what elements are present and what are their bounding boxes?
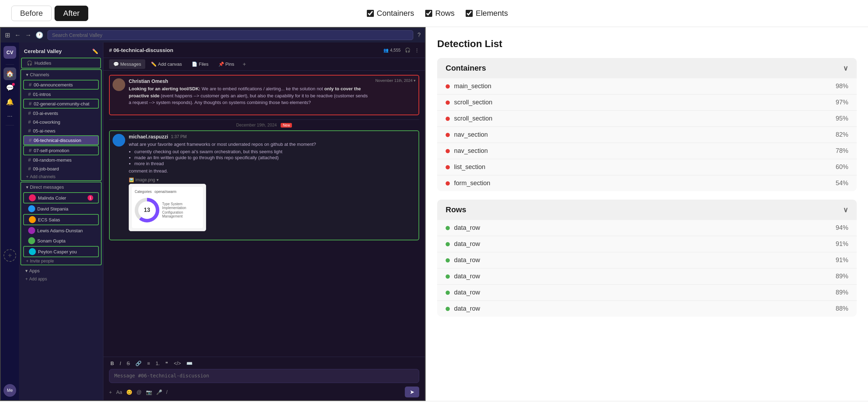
video-icon[interactable]: 📷 [146, 389, 152, 395]
hash-icon: # [28, 128, 31, 134]
dm-peyton[interactable]: Peyton Casper you [23, 246, 99, 257]
italic-button[interactable]: I [118, 360, 122, 367]
dm-sonam[interactable]: Sonam Gupta [23, 236, 99, 246]
dms-icon-item[interactable]: 💬 [4, 82, 16, 94]
quote-button[interactable]: ❝ [164, 360, 170, 367]
workspace-edit-icon[interactable]: ✏️ [92, 48, 98, 54]
dm-header[interactable]: ▾ Direct messages [21, 182, 101, 192]
hash-icon: # [28, 91, 31, 97]
label-nav1: nav_section [446, 131, 488, 138]
channel-announcements[interactable]: # 00-announcements [23, 80, 99, 90]
rows-filter[interactable]: Rows [425, 9, 454, 18]
dm-group: ▾ Direct messages Malinda Coler 1 David … [20, 182, 102, 265]
tab-canvas[interactable]: ✏️ Add canvas [147, 59, 186, 69]
tab-pins[interactable]: 📌 Pins [214, 59, 238, 69]
add-channels-button[interactable]: + Add channels [21, 173, 101, 180]
tab-messages[interactable]: 💬 Messages [109, 59, 145, 69]
headset-icon[interactable]: 🎧 [405, 47, 410, 53]
channel-jobs[interactable]: # 09-job-board [23, 164, 99, 173]
help-icon[interactable]: ? [417, 32, 421, 38]
channel-technical[interactable]: # 06-technical-discussion [23, 135, 99, 145]
workspace-icon[interactable]: CV [4, 46, 16, 59]
rows-checkbox[interactable] [425, 10, 432, 17]
attachment-inner: Categories openai/swarm 13 [132, 187, 203, 228]
audio-icon[interactable]: 🎤 [156, 389, 162, 395]
add-tab-button[interactable]: + [240, 59, 249, 70]
send-button[interactable]: ➤ [405, 387, 419, 397]
member-count-text: 4,555 [390, 48, 401, 53]
channel-ai-news[interactable]: # 05-ai-news [23, 127, 99, 135]
elements-filter[interactable]: Elements [466, 9, 508, 18]
dm-david[interactable]: David Stepania [23, 204, 99, 214]
channel-ai-events[interactable]: # 03-ai-events [23, 109, 99, 117]
people-icon: 👥 [383, 48, 389, 53]
slack-sidebar: Cerebral Valley ✏️ 🎧 Huddles ▾ Channels … [19, 43, 103, 400]
detection-row-main: main_section 98% [437, 78, 857, 95]
code-block-button[interactable]: ⌨️ [185, 360, 194, 367]
emoji-icon[interactable]: 😊 [126, 389, 132, 395]
label-data6: data_row [446, 305, 480, 312]
detection-row-list: list_section 60% [437, 159, 857, 175]
channel-self-promo[interactable]: # 07-self-promotion [23, 145, 99, 155]
user-avatar[interactable]: Me [4, 384, 16, 397]
containers-checkbox[interactable] [367, 10, 374, 17]
channel-coworking[interactable]: # 04-coworking [23, 118, 99, 126]
workspace-name[interactable]: Cerebral Valley ✏️ [19, 45, 103, 57]
containers-filter[interactable]: Containers [367, 9, 414, 18]
channel-general[interactable]: # 02-general-community-chat [23, 99, 99, 109]
history-button[interactable]: 🕐 [36, 31, 43, 39]
more-icon-item[interactable]: ··· [4, 110, 16, 122]
dot-form [446, 181, 450, 186]
ordered-list-button[interactable]: 1. [154, 360, 161, 367]
channel-actions: 👥 4,555 🎧 ⋮ [383, 47, 419, 53]
elements-checkbox[interactable] [466, 10, 473, 17]
more-actions-icon[interactable]: ⋮ [415, 47, 419, 53]
toggle-sidebar-button[interactable]: ⊞ [5, 31, 10, 39]
dm-malinda[interactable]: Malinda Coler 1 [23, 192, 99, 203]
canvas-icon: ✏️ [151, 61, 157, 67]
huddles-row[interactable]: 🎧 Huddles [21, 58, 101, 69]
link-button[interactable]: 🔗 [134, 360, 143, 367]
label-main: main_section [446, 83, 491, 90]
message-input[interactable] [109, 369, 419, 383]
detection-row-data5: data_row 89% [437, 285, 857, 301]
search-input[interactable] [47, 30, 413, 40]
list-button[interactable]: ≡ [146, 360, 151, 367]
dm-lewis[interactable]: Lewis Adams-Dunstan [23, 226, 99, 235]
attachment-chevron[interactable]: ▾ [157, 177, 159, 182]
rows-section-header[interactable]: Rows ∨ [437, 200, 857, 220]
add-apps-button[interactable]: + Add apps [20, 275, 102, 283]
bold-button[interactable]: B [109, 360, 115, 367]
before-button[interactable]: Before [11, 6, 52, 21]
attachment: 🖼️ image.png ▾ Categories ope [129, 177, 416, 231]
channels-header[interactable]: ▾ Channels [21, 70, 101, 79]
forward-button[interactable]: → [25, 32, 31, 39]
channel-memes[interactable]: # 08-random-memes [23, 156, 99, 164]
back-button[interactable]: ← [14, 32, 21, 39]
after-button[interactable]: After [55, 6, 88, 21]
detection-row-data6: data_row 88% [437, 301, 857, 317]
member-count: 👥 4,555 [383, 48, 401, 53]
text-tool-icon[interactable]: Aa [116, 389, 122, 395]
message-text-christian: Looking for an alerting tool/SDK: We are… [129, 85, 369, 106]
containers-section-header[interactable]: Containers ∨ [437, 58, 857, 78]
invite-people-button[interactable]: + Invite people [21, 258, 101, 265]
rows-chevron-icon: ∨ [843, 206, 848, 214]
detection-row-data4: data_row 89% [437, 268, 857, 285]
tab-files[interactable]: 📄 Files [187, 59, 212, 69]
activity-icon-item[interactable]: 🔔 [4, 96, 16, 108]
notification-badge [12, 83, 15, 86]
bullet-1: currently checking out open ai's swarm o… [134, 149, 416, 154]
home-icon-item[interactable]: 🏠 [4, 67, 16, 80]
plus-tool-icon[interactable]: + [109, 389, 112, 395]
channel-intros[interactable]: # 01-intros [23, 90, 99, 98]
code-button[interactable]: </> [172, 360, 182, 367]
mention-icon[interactable]: @ [136, 389, 141, 395]
add-workspace-button[interactable]: + [4, 249, 16, 262]
dm-ecs[interactable]: ECS Salas [23, 214, 99, 225]
slash-icon[interactable]: / [166, 389, 168, 395]
pct-data2: 91% [836, 240, 848, 248]
apps-header[interactable]: ▾ Apps [20, 266, 102, 275]
strikethrough-button[interactable]: S [125, 360, 131, 367]
attachment-filename: image.png [135, 177, 155, 182]
